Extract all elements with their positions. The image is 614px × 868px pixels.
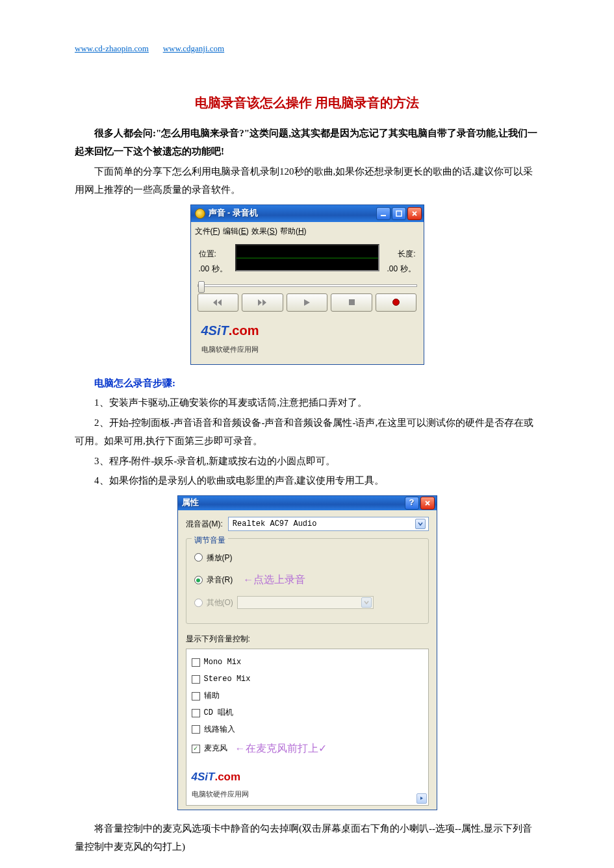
closing-paragraph: 将音量控制中的麦克风选项卡中静音的勾去掉啊(双击屏幕桌面右下角的小喇叭--选项-… — [75, 819, 539, 856]
brand-logo: 4SiT.com — [201, 323, 259, 338]
brand-subtitle: 电脑软硬件应用网 — [192, 787, 249, 801]
volume-control-list: Mono Mix Stereo Mix 辅助 CD 唱机 线路输入 — [186, 649, 429, 806]
checkbox-aux[interactable] — [192, 692, 200, 701]
control-list-label: 显示下列音量控制: — [186, 632, 429, 647]
mixer-combobox[interactable]: Realtek AC97 Audio — [228, 517, 429, 531]
checkbox-line-in-label: 线路输入 — [204, 723, 235, 738]
menu-effects[interactable]: 效果(S) — [251, 224, 277, 239]
checkbox-mono-mix[interactable] — [192, 658, 200, 667]
seek-end-button[interactable] — [242, 293, 283, 312]
position-panel: 位置: .00 秒。 — [196, 244, 231, 279]
watermark: 4SiT.com 电脑软硬件应用网 — [196, 317, 418, 360]
app-icon — [195, 208, 205, 219]
watermark: 4SiT.com 电脑软硬件应用网 — [192, 764, 423, 801]
length-label: 长度: — [386, 247, 416, 262]
properties-dialog: 属性 ? 混音器(M): Realtek AC97 Audio 调节音量 — [177, 495, 437, 810]
record-icon — [392, 299, 400, 306]
menubar: 文件(F) 编辑(E) 效果(S) 帮助(H) — [191, 222, 424, 241]
minimize-button[interactable] — [376, 207, 390, 220]
prop-titlebar: 属性 ? — [178, 496, 437, 510]
mixer-label: 混音器(M): — [186, 517, 223, 532]
intro-bold: 很多人都会问:"怎么用电脑来录音?"这类问题,这其实都是因为忘记了其实电脑自带了… — [75, 124, 539, 161]
page-title: 电脑录音该怎么操作 用电脑录音的方法 — [75, 90, 539, 115]
checkbox-microphone-label: 麦克风 — [204, 741, 227, 756]
play-icon — [303, 299, 311, 306]
chevron-down-icon — [415, 519, 426, 529]
position-value: .00 秒。 — [199, 262, 229, 277]
checkbox-cd[interactable] — [192, 709, 200, 717]
close-button[interactable] — [407, 207, 422, 220]
stop-button[interactable] — [331, 293, 372, 312]
seek-start-icon — [212, 299, 224, 306]
mixer-value: Realtek AC97 Audio — [233, 517, 317, 532]
step-1: 1、安装声卡驱动,正确安装你的耳麦或话筒,注意把插口弄对了。 — [75, 393, 539, 412]
checkbox-cd-label: CD 唱机 — [204, 706, 234, 721]
adjust-volume-fieldset: 调节音量 播放(P) 录音(R) ←点选上录音 其他(O) — [186, 538, 429, 624]
checkbox-aux-label: 辅助 — [204, 689, 220, 704]
titlebar-text: 声音 - 录音机 — [209, 205, 375, 221]
position-slider[interactable] — [198, 284, 417, 287]
header-link-1[interactable]: www.cd-zhaopin.com — [75, 43, 149, 53]
menu-edit[interactable]: 编辑(E) — [223, 224, 249, 239]
prop-close-button[interactable] — [420, 497, 435, 510]
checkbox-stereo-mix[interactable] — [192, 675, 200, 684]
checkbox-stereo-mix-label: Stereo Mix — [204, 672, 251, 687]
maximize-button[interactable] — [392, 207, 406, 220]
svg-rect-1 — [396, 211, 402, 216]
checkbox-line-in[interactable] — [192, 725, 200, 734]
titlebar: 声音 - 录音机 — [191, 205, 424, 222]
help-button[interactable]: ? — [405, 497, 419, 510]
length-panel: 长度: .00 秒。 — [383, 244, 418, 279]
radio-other-label: 其他(O) — [207, 595, 233, 610]
brand-logo: 4SiT.com — [192, 771, 241, 783]
radio-playback-label: 播放(P) — [207, 551, 233, 565]
radio-recording[interactable] — [194, 576, 203, 584]
svg-rect-0 — [381, 215, 386, 216]
other-combobox — [237, 596, 374, 609]
radio-other — [194, 599, 203, 607]
annotation-microphone: ←在麦克风前打上✓ — [235, 739, 327, 758]
seek-start-button[interactable] — [198, 293, 239, 312]
position-label: 位置: — [199, 247, 229, 262]
seek-end-icon — [257, 299, 268, 306]
intro-paragraph: 下面简单的分享下怎么利用电脑录音机录制120秒的歌曲,如果你还想录制更长的歌曲的… — [75, 162, 539, 199]
header-link-row: www.cd-zhaopin.com www.cdganji.com — [75, 39, 539, 58]
waveform-display — [235, 244, 379, 271]
stop-icon — [348, 299, 355, 306]
scroll-right-button[interactable] — [416, 793, 427, 804]
steps-heading: 电脑怎么录音步骤: — [75, 374, 539, 393]
slider-thumb[interactable] — [198, 281, 205, 293]
radio-recording-label: 录音(R) — [207, 573, 233, 588]
step-3: 3、程序-附件-娱乐-录音机,新建或按右边的小圆点即可。 — [75, 452, 539, 471]
length-value: .00 秒。 — [386, 262, 416, 277]
radio-playback[interactable] — [194, 553, 203, 562]
sound-recorder-window: 声音 - 录音机 文件(F) 编辑(E) 效果(S) 帮助(H) 位置: .00… — [190, 205, 424, 365]
header-link-2[interactable]: www.cdganji.com — [163, 43, 224, 53]
svg-rect-2 — [349, 299, 355, 305]
brand-subtitle: 电脑软硬件应用网 — [201, 343, 259, 356]
fieldset-legend: 调节音量 — [192, 533, 228, 548]
checkbox-mono-mix-label: Mono Mix — [204, 655, 242, 670]
step-2: 2、开始-控制面板-声音语音和音频设备-声音和音频设备属性-语声,在这里可以测试… — [75, 414, 539, 451]
annotation-record: ←点选上录音 — [243, 570, 305, 589]
prop-title: 属性 — [182, 495, 403, 511]
record-button[interactable] — [376, 293, 417, 312]
chevron-down-icon — [361, 597, 372, 608]
menu-help[interactable]: 帮助(H) — [280, 224, 307, 239]
play-button[interactable] — [287, 293, 328, 312]
checkbox-microphone[interactable]: ✓ — [192, 745, 200, 753]
step-4: 4、如果你指的是录别人的歌曲或电影里的声音,建议使用专用工具。 — [75, 471, 539, 490]
menu-file[interactable]: 文件(F) — [195, 224, 220, 239]
